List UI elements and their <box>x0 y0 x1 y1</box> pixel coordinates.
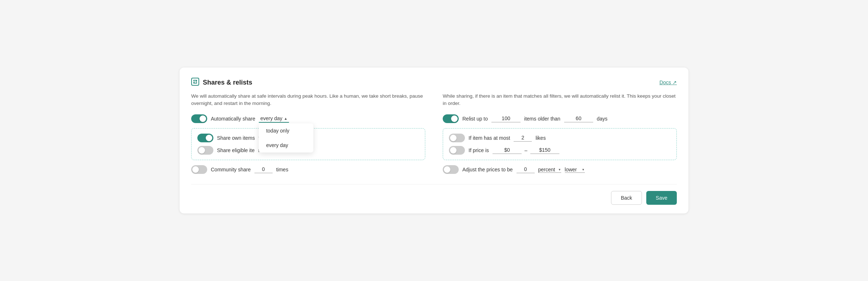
share-own-items-toggle[interactable] <box>197 134 213 142</box>
auto-share-row: Automatically share every day ▲ today on… <box>191 114 425 123</box>
if-price-row: If price is – <box>449 146 671 155</box>
community-share-input[interactable] <box>254 166 273 173</box>
adjust-prices-input[interactable] <box>517 166 535 173</box>
community-share-toggle[interactable] <box>191 165 207 174</box>
price-min-input[interactable] <box>493 147 522 154</box>
right-description: While sharing, if there is an item that … <box>443 93 677 107</box>
community-share-suffix: times <box>276 167 288 172</box>
direction-select[interactable]: lower higher <box>565 167 585 173</box>
auto-share-prefix: Automatically share <box>211 116 255 122</box>
relist-items-input[interactable] <box>491 115 521 122</box>
dropdown-arrow-icon: ▲ <box>284 117 288 121</box>
relist-toggle[interactable] <box>443 114 459 123</box>
header-left: Shares & relists <box>191 78 252 87</box>
direction-select-wrapper: lower higher <box>565 167 585 173</box>
share-eligible-label: Share eligible ite <box>217 147 255 153</box>
auto-share-dropdown-menu: today only every day <box>259 123 313 152</box>
relist-row: Relist up to items older than days <box>443 114 677 123</box>
if-item-likes-toggle[interactable] <box>449 134 465 142</box>
header: Shares & relists Docs ↗ <box>191 78 677 87</box>
relist-days-input[interactable] <box>564 115 593 122</box>
price-range: – <box>493 147 559 154</box>
if-item-prefix: If item has at most <box>469 135 510 141</box>
adjust-prices-prefix: Adjust the prices to be <box>462 167 513 172</box>
relist-middle: items older than <box>524 116 560 122</box>
community-share-prefix: Community share <box>211 167 251 172</box>
if-price-prefix: If price is <box>469 147 489 153</box>
auto-share-selected: every day <box>260 115 282 121</box>
svg-rect-0 <box>192 78 199 85</box>
unit-select[interactable]: percent dollar <box>538 167 561 173</box>
share-own-label: Share own items <box>217 135 255 141</box>
share-eligible-toggle[interactable] <box>197 146 213 155</box>
unit-select-wrapper: percent dollar <box>538 167 561 173</box>
right-column: While sharing, if there is an item that … <box>443 93 677 174</box>
likes-count-input[interactable] <box>514 135 532 142</box>
community-share-row: Community share times <box>191 165 425 174</box>
relist-prefix: Relist up to <box>462 116 488 122</box>
relist-suffix: days <box>597 116 608 122</box>
left-description: We will automatically share at safe inte… <box>191 93 425 107</box>
left-column: We will automatically share at safe inte… <box>191 93 425 174</box>
main-card: Shares & relists Docs ↗ We will automati… <box>180 68 688 214</box>
adjust-prices-row: Adjust the prices to be percent dollar l… <box>443 165 677 174</box>
if-item-likes-row: If item has at most likes <box>449 134 671 142</box>
if-price-toggle[interactable] <box>449 146 465 155</box>
auto-share-toggle[interactable] <box>191 114 207 123</box>
adjust-prices-toggle[interactable] <box>443 165 459 174</box>
auto-share-dropdown-trigger[interactable]: every day ▲ today only every day <box>259 115 289 123</box>
save-button[interactable]: Save <box>646 191 677 205</box>
back-button[interactable]: Back <box>611 191 642 205</box>
two-col-layout: We will automatically share at safe inte… <box>191 93 677 174</box>
price-dash: – <box>525 147 527 153</box>
docs-link[interactable]: Docs ↗ <box>659 80 677 85</box>
bottom-bar: Back Save <box>191 184 677 205</box>
page-title: Shares & relists <box>203 79 252 86</box>
relist-filters-box: If item has at most likes If price is – <box>443 128 677 160</box>
dropdown-option-every-day[interactable]: every day <box>259 138 313 152</box>
relists-icon <box>191 78 199 87</box>
price-max-input[interactable] <box>530 147 559 154</box>
if-item-suffix: likes <box>535 135 546 141</box>
dropdown-option-today-only[interactable]: today only <box>259 123 313 138</box>
